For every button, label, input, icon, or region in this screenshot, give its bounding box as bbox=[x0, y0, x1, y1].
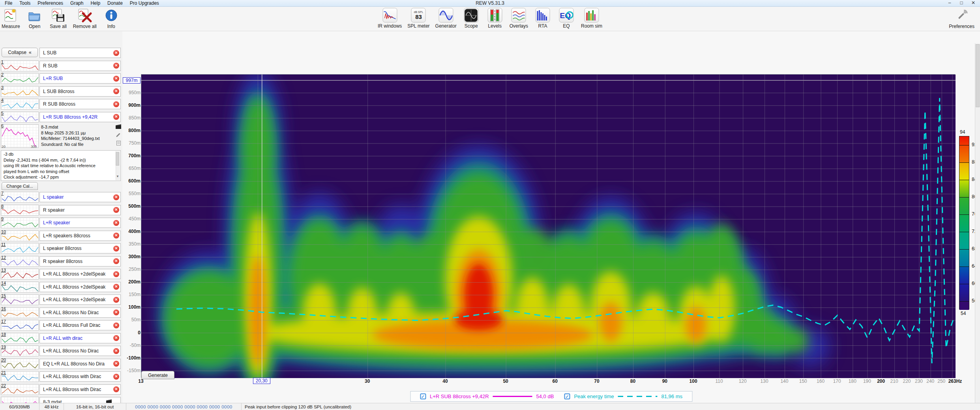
measurement-name[interactable]: L+R ALL 88cross Full Dirac bbox=[39, 320, 121, 330]
measurement-thumbnail[interactable] bbox=[1, 86, 39, 97]
measurement-name[interactable]: EQ L+R ALL 88cross No Dira bbox=[39, 359, 121, 369]
measurement-row[interactable]: 13L+R ALL 88cross +2delSpeak✕ bbox=[0, 268, 122, 281]
measurement-row[interactable]: 12R speaker 88cross✕ bbox=[0, 255, 122, 268]
menu-tools[interactable]: Tools bbox=[16, 0, 34, 6]
measure-button[interactable]: Measure bbox=[2, 8, 20, 29]
measurement-row[interactable]: Collapse«L SUB✕ bbox=[0, 47, 122, 60]
measurement-name[interactable]: L+R ALL 88cross No Dirac bbox=[39, 308, 121, 318]
measurement-name[interactable]: L+R speaker bbox=[39, 218, 121, 228]
spectrogram-plot[interactable] bbox=[141, 74, 955, 378]
rta-button[interactable]: RTA bbox=[534, 8, 552, 29]
measurement-thumbnail[interactable] bbox=[1, 99, 39, 110]
measurement-thumbnail[interactable] bbox=[1, 397, 39, 403]
open-button[interactable]: Open bbox=[26, 8, 44, 29]
measurement-row[interactable]: 19L+R ALL 88cross No Dirac✕ bbox=[0, 345, 122, 358]
info-scrollbar[interactable]: ▼ bbox=[116, 151, 120, 180]
measurement-row[interactable]: 3L SUB 88cross✕ bbox=[0, 85, 122, 98]
measurement-thumbnail[interactable] bbox=[1, 60, 39, 71]
measurement-thumbnail[interactable] bbox=[1, 371, 39, 382]
measurement-thumbnail[interactable] bbox=[1, 358, 39, 369]
minimize-icon[interactable]: – bbox=[944, 0, 956, 6]
film-slate-icon[interactable] bbox=[116, 124, 121, 130]
measurement-name[interactable]: R SUB 88cross bbox=[39, 99, 121, 109]
measurement-thumbnail[interactable] bbox=[1, 268, 39, 280]
menu-donate[interactable]: Donate bbox=[104, 0, 126, 6]
delete-measurement-icon[interactable]: ✕ bbox=[113, 271, 119, 277]
measurement-thumbnail[interactable] bbox=[1, 217, 39, 228]
info-button[interactable]: Info bbox=[102, 8, 120, 29]
remove-all-button[interactable]: Remove all bbox=[73, 8, 97, 29]
measurement-row[interactable]: 20EQ L+R ALL 88cross No Dira✕ bbox=[0, 358, 122, 371]
measurement-name[interactable]: R speaker 88cross bbox=[39, 256, 121, 266]
notes-icon[interactable] bbox=[116, 141, 121, 147]
room-sim-button[interactable]: Room sim bbox=[581, 8, 602, 29]
generate-button[interactable]: Generate bbox=[141, 371, 174, 379]
measurement-row[interactable]: 5L+R SUB 88cross +9,42R✕ bbox=[0, 111, 122, 124]
delete-measurement-icon[interactable]: ✕ bbox=[113, 322, 119, 328]
scope-button[interactable]: Scope bbox=[462, 8, 480, 29]
measurement-name[interactable]: L speaker 88cross bbox=[39, 243, 121, 253]
measurement-thumbnail[interactable] bbox=[1, 205, 39, 216]
measurement-row[interactable]: 9L+R speaker✕ bbox=[0, 216, 122, 229]
measurement-name[interactable]: L+R ALL 88cross with Dirac bbox=[39, 371, 121, 382]
delete-measurement-icon[interactable]: ✕ bbox=[113, 76, 119, 82]
measurement-thumbnail[interactable] bbox=[1, 192, 39, 203]
measurement-row[interactable]: 18L+R ALL with dirac✕ bbox=[0, 332, 122, 345]
measurement-thumbnail[interactable] bbox=[1, 294, 39, 305]
change-cal-button[interactable]: Change Cal... bbox=[2, 182, 38, 190]
measurement-thumbnail[interactable] bbox=[1, 230, 39, 241]
measurement-name[interactable]: R SUB bbox=[39, 61, 121, 71]
menu-graph[interactable]: Graph bbox=[67, 0, 86, 6]
delete-measurement-icon[interactable]: ✕ bbox=[113, 101, 119, 107]
preferences-button[interactable]: Preferences bbox=[949, 8, 974, 29]
spl-meter-button[interactable]: dB SPL83SPL meter bbox=[407, 8, 429, 29]
delete-measurement-icon[interactable]: ✕ bbox=[113, 50, 119, 56]
delete-measurement-icon[interactable]: ✕ bbox=[113, 297, 119, 303]
measurement-name[interactable]: L+R ALL 88cross No Dirac bbox=[39, 346, 121, 356]
measurement-name[interactable]: L+R ALL 88cross +2delSpeak bbox=[39, 282, 121, 292]
delete-measurement-icon[interactable]: ✕ bbox=[113, 194, 119, 200]
menu-pro-upgrades[interactable]: Pro Upgrades bbox=[127, 0, 162, 6]
measurement-row[interactable]: 16L+R ALL 88cross No Dirac✕ bbox=[0, 306, 122, 319]
measurement-name[interactable]: L+R SUB 88cross +9,42R bbox=[39, 112, 121, 122]
menu-file[interactable]: File bbox=[2, 0, 15, 6]
pencil-icon[interactable] bbox=[116, 132, 121, 138]
delete-measurement-icon[interactable]: ✕ bbox=[113, 374, 119, 380]
measurement-row[interactable]: 8-3.mdat bbox=[0, 396, 122, 403]
plot-vertical-scrollbar[interactable] bbox=[975, 43, 980, 403]
measurement-row[interactable]: 7L speaker✕ bbox=[0, 191, 122, 204]
levels-button[interactable]: 0369Levels bbox=[486, 8, 504, 29]
mdat-info-card[interactable]: 6203008-3.mdat8 Μαρ 2025 3:26:11 μμMic/M… bbox=[0, 123, 122, 149]
measurement-thumbnail[interactable] bbox=[1, 256, 39, 267]
measurement-name[interactable]: L+R ALL with dirac bbox=[39, 333, 121, 343]
measurement-row[interactable]: 2L+R SUB✕ bbox=[0, 72, 122, 85]
measurement-thumbnail[interactable] bbox=[1, 307, 39, 318]
measurement-name[interactable]: R speaker bbox=[39, 205, 121, 215]
close-icon[interactable]: ✕ bbox=[967, 0, 979, 6]
measurement-thumbnail[interactable] bbox=[1, 112, 39, 123]
menu-preferences[interactable]: Preferences bbox=[34, 0, 66, 6]
mdat-thumbnail[interactable] bbox=[1, 124, 39, 148]
measurement-checkbox[interactable]: ✓ bbox=[420, 393, 426, 399]
measurement-thumbnail[interactable] bbox=[1, 73, 39, 84]
delete-measurement-icon[interactable]: ✕ bbox=[113, 220, 119, 226]
measurement-thumbnail[interactable] bbox=[1, 320, 39, 331]
collapse-button[interactable]: Collapse« bbox=[2, 48, 38, 57]
measurement-row[interactable]: 8R speaker✕ bbox=[0, 204, 122, 217]
measurement-thumbnail[interactable] bbox=[1, 333, 39, 344]
maximize-icon[interactable]: □ bbox=[956, 0, 967, 6]
measurement-thumbnail[interactable] bbox=[1, 384, 39, 395]
eq-button[interactable]: EQEQ bbox=[557, 8, 575, 29]
measurement-thumbnail[interactable] bbox=[1, 243, 39, 254]
measurement-name[interactable]: L+R ALL 88cross +2delSpeak bbox=[39, 269, 121, 279]
measurement-name[interactable]: L+R SUB bbox=[39, 73, 121, 84]
measurement-row[interactable]: 22L+R ALL 88cross with Dirac✕ bbox=[0, 383, 122, 396]
measurement-name[interactable]: L+R ALL 88cross +2delSpeak bbox=[39, 294, 121, 305]
generator-button[interactable]: Generator bbox=[435, 8, 457, 29]
measurement-row[interactable]: 15L+R ALL 88cross +2delSpeak✕ bbox=[0, 293, 122, 306]
measurement-row[interactable]: 4R SUB 88cross✕ bbox=[0, 98, 122, 111]
measurement-row[interactable]: 17L+R ALL 88cross Full Dirac✕ bbox=[0, 319, 122, 332]
measurement-name[interactable]: L speaker bbox=[39, 192, 121, 202]
menu-help[interactable]: Help bbox=[87, 0, 103, 6]
ir-windows-button[interactable]: IR windows bbox=[378, 8, 402, 29]
